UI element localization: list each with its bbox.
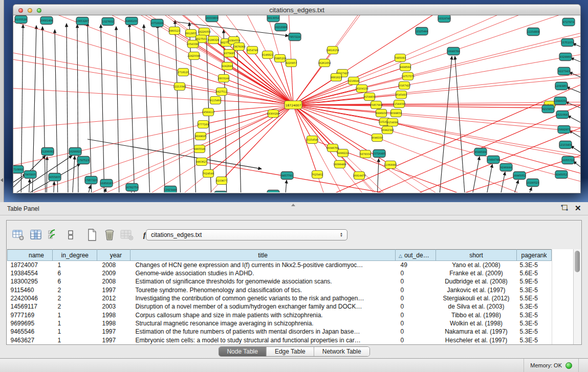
- select-rows-icon[interactable]: [46, 227, 61, 243]
- graph-node[interactable]: 8220957: [286, 59, 297, 67]
- column-header-in_degree[interactable]: in_degree: [53, 250, 97, 261]
- graph-node[interactable]: 19757575: [401, 73, 414, 80]
- delete-icon[interactable]: [102, 227, 117, 243]
- graph-node[interactable]: 12103408: [559, 141, 572, 149]
- graph-node[interactable]: 3216648: [348, 77, 359, 85]
- graph-node[interactable]: 8813054: [267, 15, 279, 22]
- graph-node[interactable]: 9046330: [372, 134, 383, 142]
- table-row[interactable]: 1872400712008Changes of HCN gene express…: [8, 261, 552, 269]
- graph-node[interactable]: 15885209: [273, 55, 286, 62]
- graph-node[interactable]: 8996930: [376, 110, 387, 117]
- graph-node[interactable]: 9465546: [194, 145, 205, 153]
- graph-node[interactable]: 9150749: [267, 190, 279, 193]
- left-panel-gutter[interactable]: [0, 0, 4, 202]
- graph-node[interactable]: 8912955: [185, 30, 197, 37]
- graph-node[interactable]: 8960123: [169, 27, 180, 35]
- table-row[interactable]: 946362711997Embryonic stem cells: a mode…: [8, 336, 552, 344]
- network-canvas[interactable]: 8960123891295518226058982750381863289827…: [13, 15, 580, 192]
- graph-node[interactable]: 7625402: [312, 171, 323, 179]
- graph-node[interactable]: 9154409: [364, 93, 375, 101]
- network-window[interactable]: citations_edges.txt 89601238912955182260…: [13, 4, 581, 193]
- table-row[interactable]: 2242004622012Investigating the contribut…: [8, 294, 552, 302]
- graph-node[interactable]: 9545493: [396, 91, 407, 99]
- graph-node[interactable]: 9699695: [195, 133, 206, 140]
- graph-node[interactable]: 11068997: [384, 161, 397, 169]
- graph-node[interactable]: 10190744: [214, 191, 227, 193]
- graph-node[interactable]: 2718120: [178, 69, 189, 76]
- graph-node[interactable]: 18319740: [438, 15, 450, 23]
- collapse-panel-icon[interactable]: [1, 178, 3, 182]
- graph-node[interactable]: 8454749: [247, 47, 258, 54]
- graph-node[interactable]: 8215955: [542, 105, 554, 113]
- column-header-pagerank[interactable]: pagerank: [517, 250, 552, 261]
- graph-node[interactable]: 15716485: [373, 150, 385, 158]
- column-header-out_de[interactable]: △out_de…: [396, 250, 436, 261]
- graph-node[interactable]: 16055722: [561, 157, 574, 164]
- graph-node[interactable]: 16261652: [318, 59, 331, 67]
- graph-node[interactable]: 16782759: [125, 184, 138, 191]
- graph-node[interactable]: 10494748: [487, 156, 499, 164]
- close-panel-icon[interactable]: ✕: [575, 204, 583, 212]
- graph-node[interactable]: 10543382: [186, 40, 199, 48]
- graph-node[interactable]: 1327602: [102, 18, 114, 26]
- graph-node[interactable]: 8427512: [216, 88, 227, 96]
- graph-node[interactable]: 9881823: [331, 74, 342, 81]
- tab-edge-table[interactable]: Edge Table: [266, 347, 314, 356]
- new-document-icon[interactable]: [84, 227, 100, 243]
- graph-node[interactable]: 10190523: [526, 179, 539, 187]
- graph-node[interactable]: 7485083: [395, 54, 406, 62]
- graph-node[interactable]: 1797523: [77, 157, 90, 164]
- graph-node[interactable]: 8103677: [216, 177, 227, 185]
- graph-node[interactable]: 23676068: [232, 43, 245, 51]
- graph-node[interactable]: 5878334: [360, 150, 371, 158]
- graph-node[interactable]: 15154545: [306, 136, 318, 144]
- graph-node[interactable]: 9329966: [559, 53, 572, 61]
- graph-node[interactable]: 20691406: [40, 17, 53, 25]
- graph-node[interactable]: 8155528: [15, 16, 27, 24]
- table-row[interactable]: 1830029562008Estimation of significance …: [8, 277, 552, 286]
- graph-hub-node[interactable]: 18724007: [285, 101, 302, 109]
- scrollbar-thumb[interactable]: [575, 251, 580, 272]
- graph-node[interactable]: 16210643: [556, 111, 569, 119]
- tab-network-table[interactable]: Network Table: [314, 347, 369, 356]
- graph-node[interactable]: 7905805: [24, 171, 36, 179]
- column-header-short[interactable]: short: [436, 250, 517, 261]
- graph-node[interactable]: 9115460: [210, 97, 221, 104]
- graph-node[interactable]: 9375685: [224, 50, 235, 57]
- graph-node[interactable]: 9777169: [198, 121, 209, 128]
- graph-node[interactable]: 9246444: [500, 164, 512, 171]
- float-window-icon[interactable]: [560, 204, 569, 212]
- graph-node[interactable]: 9146821: [262, 51, 273, 59]
- graph-node[interactable]: 19218986: [274, 24, 287, 31]
- graph-node[interactable]: 9457791: [281, 172, 293, 180]
- column-header-year[interactable]: year: [97, 250, 130, 261]
- table-row[interactable]: 946554611997Estimation of the future num…: [8, 327, 552, 336]
- graph-node[interactable]: 7857224: [289, 33, 301, 41]
- graph-node[interactable]: 12213343: [173, 83, 186, 91]
- graph-node[interactable]: 16914479: [353, 172, 365, 180]
- network-view[interactable]: 8960123891295518226058982750381863289827…: [13, 15, 581, 193]
- graph-node[interactable]: 15957904: [369, 101, 382, 109]
- graph-node[interactable]: 10653287: [76, 17, 89, 25]
- graph-node[interactable]: 16033809: [205, 15, 218, 22]
- graph-node[interactable]: 16648784: [447, 48, 460, 55]
- graph-node[interactable]: 9463627: [196, 158, 207, 166]
- row-height-icon[interactable]: [63, 227, 78, 243]
- graph-node[interactable]: 22420046: [187, 52, 200, 60]
- graph-node[interactable]: 9245052: [555, 171, 568, 179]
- graph-node[interactable]: 9055805: [49, 173, 61, 181]
- tab-node-table[interactable]: Node Table: [219, 347, 266, 356]
- graph-node[interactable]: 12093853: [555, 82, 568, 90]
- column-header-title[interactable]: title: [130, 250, 396, 261]
- graph-node[interactable]: 17957223: [84, 177, 97, 184]
- column-header-name[interactable]: name: [8, 250, 53, 261]
- graph-node[interactable]: 19618154: [326, 47, 339, 54]
- table-row[interactable]: 1456911722003Disruption of a novel membe…: [8, 302, 552, 311]
- graph-node[interactable]: 18226058: [198, 28, 210, 36]
- graph-node[interactable]: 9727974: [562, 18, 575, 26]
- table-row[interactable]: 977716911998Corpus callosum shape and si…: [8, 311, 552, 319]
- graph-node[interactable]: 16958187: [100, 180, 113, 187]
- table-settings-icon[interactable]: [11, 227, 26, 243]
- graph-node[interactable]: 16104133: [355, 85, 368, 93]
- graph-node[interactable]: 14569117: [202, 108, 214, 116]
